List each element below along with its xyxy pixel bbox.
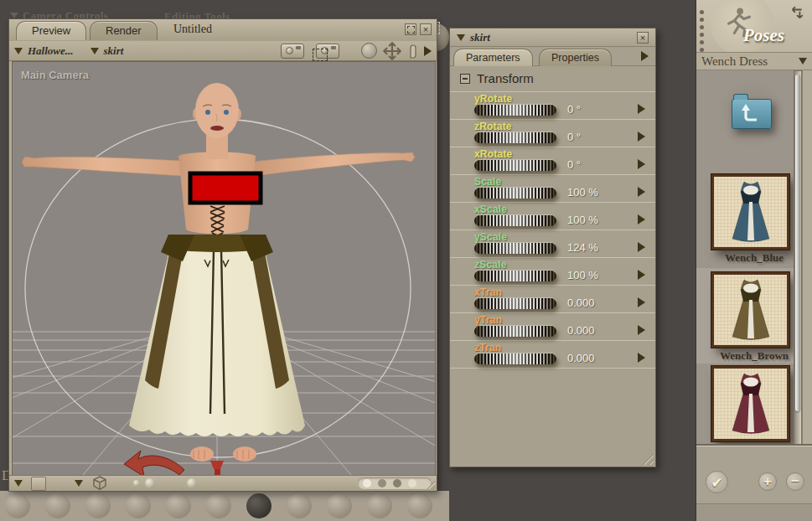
figure-select-menu[interactable]: Hallowe...: [28, 44, 74, 58]
dial-value[interactable]: 0 °: [567, 131, 581, 143]
dial-menu-arrow-icon[interactable]: [638, 214, 645, 224]
display-style-sphere[interactable]: [5, 493, 30, 518]
window-resize-button[interactable]: [405, 23, 416, 35]
dial-value[interactable]: 0.000: [567, 352, 595, 364]
camera-icon[interactable]: [281, 44, 304, 59]
chevron-down-icon[interactable]: [14, 480, 23, 487]
group-label: Transform: [477, 71, 534, 85]
remove-from-library-button[interactable]: −: [786, 472, 804, 491]
parameter-dial[interactable]: [474, 132, 556, 143]
ghost-dropdown-icon: [10, 13, 18, 18]
dial-menu-arrow-icon[interactable]: [638, 353, 645, 363]
dial-menu-arrow-icon[interactable]: [638, 325, 645, 335]
library-item-thumbnail[interactable]: [711, 272, 789, 348]
background-color-chip[interactable]: [31, 477, 46, 491]
display-style-sphere[interactable]: [85, 493, 111, 518]
parameter-dial[interactable]: [474, 271, 556, 281]
rotate-gizmo-arrow[interactable]: [124, 451, 184, 475]
tracking-cube-icon[interactable]: [91, 475, 108, 492]
library-scrollbar[interactable]: [794, 70, 802, 446]
dial-menu-arrow-icon[interactable]: [638, 159, 645, 169]
collapse-toggle-icon[interactable]: [460, 74, 470, 84]
parameter-dial[interactable]: [474, 243, 556, 254]
full-sphere-icon[interactable]: [187, 478, 197, 488]
dial-label: xScale: [474, 204, 507, 215]
collection-name: Wench Dress: [701, 54, 768, 69]
library-item-thumbnail[interactable]: [711, 366, 789, 441]
move-cross-icon[interactable]: [382, 41, 402, 61]
palette-titlebar[interactable]: skirt ×: [450, 28, 655, 47]
dial-menu-arrow-icon[interactable]: [638, 297, 645, 307]
swap-arrows-icon[interactable]: [787, 5, 805, 23]
tab-render[interactable]: Render: [90, 21, 158, 40]
multires-sphere-icon[interactable]: [133, 480, 140, 487]
dial-value[interactable]: 100 %: [567, 214, 598, 226]
palette-actor-title[interactable]: skirt: [470, 31, 490, 44]
display-style-sphere-dark[interactable]: [246, 493, 272, 518]
dial-menu-arrow-icon[interactable]: [638, 187, 645, 197]
library-collection-bar[interactable]: Wench Dress: [696, 52, 812, 70]
library-panel: Poses Wench Dress: [696, 0, 812, 521]
dial-value[interactable]: 0.000: [567, 324, 595, 337]
parameter-dial[interactable]: [474, 353, 556, 364]
dial-menu-arrow-icon[interactable]: [638, 242, 645, 252]
parameters-palette: skirt × Parameters Properties Transform …: [449, 28, 656, 467]
dial-value[interactable]: 0 °: [567, 103, 581, 116]
tab-properties[interactable]: Properties: [539, 49, 612, 66]
menu-arrow-icon[interactable]: [424, 46, 432, 56]
dial-value[interactable]: 100 %: [567, 186, 598, 199]
dial-menu-arrow-icon[interactable]: [638, 270, 645, 280]
tracking-dot[interactable]: [378, 479, 386, 487]
window-close-button[interactable]: ×: [420, 23, 432, 35]
display-style-sphere[interactable]: [287, 493, 312, 518]
multires-sphere-icon[interactable]: [145, 478, 155, 488]
censor-bar: [190, 173, 261, 203]
display-style-sphere[interactable]: [166, 493, 191, 518]
parameter-dial[interactable]: [474, 105, 556, 116]
apply-check-button[interactable]: ✔: [706, 471, 728, 493]
tracking-dot[interactable]: [408, 479, 416, 487]
palette-close-button[interactable]: ×: [637, 32, 649, 44]
dial-menu-arrow-icon[interactable]: [638, 104, 645, 114]
dial-value[interactable]: 124 %: [567, 241, 598, 254]
add-to-library-button[interactable]: +: [758, 472, 777, 491]
document-titlebar[interactable]: Preview Render Untitled ×: [9, 19, 437, 42]
chevron-down-icon[interactable]: [457, 34, 465, 41]
tracking-dot[interactable]: [363, 479, 371, 487]
parameter-dial[interactable]: [474, 215, 556, 226]
display-style-sphere[interactable]: [206, 493, 231, 518]
parameter-dial[interactable]: [474, 298, 556, 309]
tab-preview[interactable]: Preview: [16, 21, 86, 40]
dial-row: zTran 0.000: [450, 341, 655, 369]
display-style-sphere[interactable]: [367, 493, 392, 518]
dial-value[interactable]: 100 %: [567, 269, 598, 281]
parameter-dial[interactable]: [474, 160, 556, 171]
panel-handle-dots[interactable]: [700, 10, 704, 14]
library-category-title[interactable]: Poses: [743, 25, 784, 46]
chevron-down-icon[interactable]: [75, 480, 83, 487]
trackball-icon[interactable]: [361, 43, 377, 59]
figure[interactable]: [22, 83, 415, 462]
hand-icon[interactable]: [407, 43, 419, 59]
display-style-sphere[interactable]: [327, 493, 352, 518]
tracking-dot[interactable]: [393, 479, 401, 487]
display-style-sphere[interactable]: [407, 493, 432, 518]
scrollbar-thumb[interactable]: [795, 75, 800, 411]
dial-menu-arrow-icon[interactable]: [638, 132, 645, 142]
library-item-thumbnail[interactable]: [711, 174, 789, 250]
dial-value[interactable]: 0 °: [567, 158, 581, 171]
tab-parameters[interactable]: Parameters: [453, 49, 533, 66]
display-style-sphere[interactable]: [126, 493, 151, 518]
skirt-mesh[interactable]: [129, 235, 305, 436]
viewport[interactable]: Main Camera: [12, 61, 436, 476]
dial-value[interactable]: 0.000: [567, 297, 595, 309]
actor-select-menu[interactable]: skirt: [104, 44, 124, 58]
camera-select-icon[interactable]: [316, 44, 339, 59]
origin-pin[interactable]: [210, 461, 224, 475]
parameter-dial[interactable]: [474, 326, 556, 337]
viewport-3d-scene[interactable]: [13, 62, 435, 475]
folder-up-icon[interactable]: [732, 99, 772, 129]
palette-menu-arrow-icon[interactable]: [641, 51, 649, 61]
display-style-sphere[interactable]: [45, 493, 70, 518]
parameter-dial[interactable]: [474, 188, 556, 199]
